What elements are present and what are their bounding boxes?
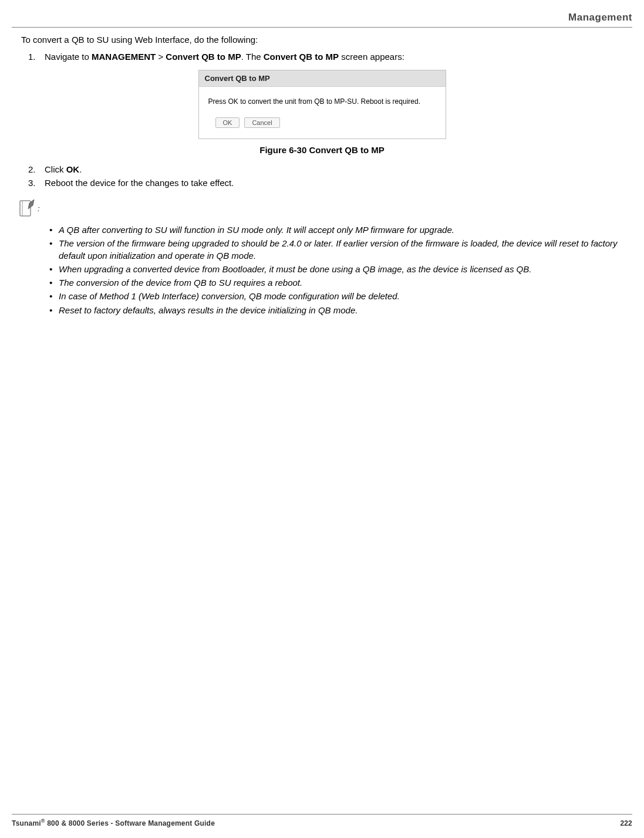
text-fragment: . The [241, 52, 264, 62]
step-text: Reboot the device for the changes to tak… [45, 178, 632, 188]
list-item: • The version of the firmware being upgr… [49, 238, 632, 262]
step-number: 2. [28, 164, 45, 174]
header-rule [12, 27, 632, 28]
list-item: • Reset to factory defaults, always resu… [49, 305, 632, 316]
page-footer: Tsunami® 800 & 8000 Series - Software Ma… [12, 814, 632, 827]
page-number: 222 [620, 819, 632, 827]
dialog-message: Press OK to convert the unit from QB to … [208, 97, 436, 106]
footer-rule [12, 814, 632, 815]
figure-container: Convert QB to MP Press OK to convert the… [12, 70, 632, 139]
ordered-steps-cont: 2. Click OK. 3. Reboot the device for th… [28, 164, 632, 188]
list-item: • When upgrading a converted device from… [49, 263, 632, 275]
note-list: • A QB after converting to SU will funct… [49, 224, 632, 316]
text-fragment: . [79, 164, 82, 174]
bullet: • [49, 238, 59, 249]
figure-caption: Figure 6-30 Convert QB to MP [12, 145, 632, 155]
convert-dialog: Convert QB to MP Press OK to convert the… [198, 70, 446, 139]
section-header: Management [12, 12, 632, 23]
dialog-title: Convert QB to MP [199, 70, 446, 87]
step-number: 3. [28, 178, 45, 188]
dialog-button-row: OK Cancel [215, 117, 436, 128]
footer-title: Tsunami® 800 & 8000 Series - Software Ma… [12, 818, 215, 827]
dialog-body: Press OK to convert the unit from QB to … [199, 87, 446, 138]
note-text: Reset to factory defaults, always result… [59, 305, 632, 316]
note-text: In case of Method 1 (Web Interface) conv… [59, 290, 632, 302]
bullet: • [49, 305, 59, 316]
note-text: The version of the firmware being upgrad… [59, 238, 632, 262]
bullet: • [49, 290, 59, 302]
cancel-button[interactable]: Cancel [244, 117, 279, 128]
step-2: 2. Click OK. [28, 164, 632, 174]
step-number: 1. [28, 52, 45, 62]
note-text: When upgrading a converted device from B… [59, 263, 632, 275]
bullet: • [49, 277, 59, 289]
note-text: The conversion of the device from QB to … [59, 277, 632, 289]
text-bold: OK [66, 164, 80, 174]
text-fragment: > [156, 52, 166, 62]
text-bold: Convert QB to MP [166, 52, 241, 62]
text-fragment: Navigate to [45, 52, 92, 62]
registered-mark: ® [41, 818, 45, 824]
note-text: A QB after converting to SU will functio… [59, 224, 632, 236]
step-3: 3. Reboot the device for the changes to … [28, 178, 632, 188]
note-icon [19, 200, 36, 219]
note-colon: : [38, 204, 40, 213]
bullet: • [49, 224, 59, 236]
note-block: : [19, 200, 632, 219]
text-fragment: Click [45, 164, 66, 174]
list-item: • A QB after converting to SU will funct… [49, 224, 632, 236]
text-bold: Convert QB to MP [264, 52, 339, 62]
text-bold: MANAGEMENT [92, 52, 156, 62]
step-text: Navigate to MANAGEMENT > Convert QB to M… [45, 52, 632, 62]
bullet: • [49, 263, 59, 275]
step-text: Click OK. [45, 164, 632, 174]
text-fragment: 800 & 8000 Series - Software Management … [45, 819, 215, 827]
text-fragment: Tsunami [12, 819, 41, 827]
step-1: 1. Navigate to MANAGEMENT > Convert QB t… [28, 52, 632, 62]
list-item: • In case of Method 1 (Web Interface) co… [49, 290, 632, 302]
ok-button[interactable]: OK [215, 117, 240, 128]
intro-text: To convert a QB to SU using Web Interfac… [21, 35, 632, 45]
ordered-steps: 1. Navigate to MANAGEMENT > Convert QB t… [28, 52, 632, 62]
list-item: • The conversion of the device from QB t… [49, 277, 632, 289]
text-fragment: screen appears: [339, 52, 404, 62]
